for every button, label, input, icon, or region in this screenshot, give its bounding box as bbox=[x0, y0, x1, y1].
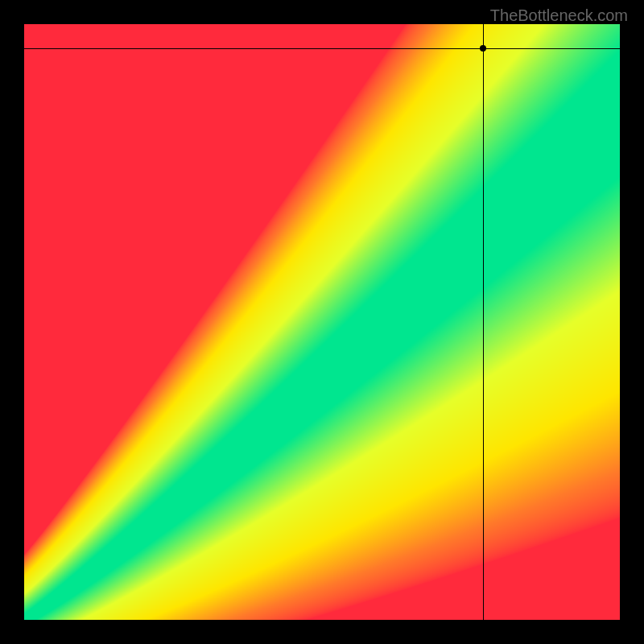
heatmap-plot-area bbox=[24, 24, 620, 620]
marker-dot bbox=[480, 45, 486, 52]
watermark-text: TheBottleneck.com bbox=[490, 6, 628, 25]
crosshair-horizontal bbox=[24, 48, 620, 49]
heatmap-canvas bbox=[24, 24, 620, 620]
crosshair-vertical bbox=[483, 24, 484, 620]
